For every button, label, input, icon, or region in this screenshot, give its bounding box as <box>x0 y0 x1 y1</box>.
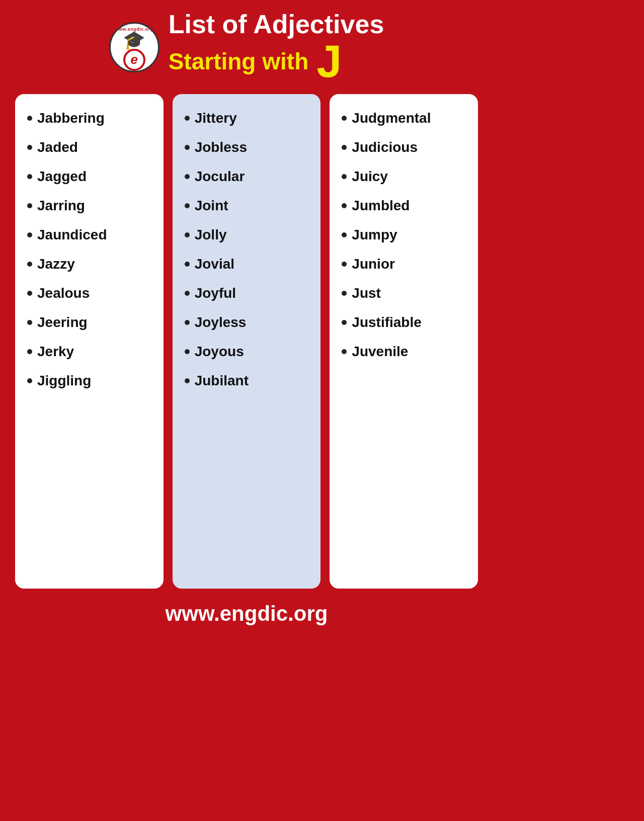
column-2: JitteryJoblessJocularJointJollyJovialJoy… <box>173 94 321 589</box>
column-1: JabberingJadedJaggedJarringJaundicedJazz… <box>15 94 164 589</box>
logo-cap-icon: 🎓 <box>123 30 145 51</box>
word-label: Jittery <box>195 110 237 126</box>
word-label: Jaded <box>37 139 78 155</box>
list-item: Jubilant <box>185 368 309 394</box>
word-label: Joyless <box>195 314 247 331</box>
list-item: Joyless <box>185 309 309 336</box>
list-item: Joyous <box>185 339 309 365</box>
word-label: Jerky <box>37 344 74 360</box>
page-header: www.engdic.org 🎓 e List of Adjectives St… <box>15 10 478 84</box>
column-3: JudgmentalJudiciousJuicyJumbledJumpyJuni… <box>330 94 478 589</box>
logo-url: www.engdic.org <box>115 27 153 32</box>
logo: www.engdic.org 🎓 e <box>109 22 159 72</box>
word-label: Jolly <box>195 227 227 243</box>
header-subtitle: Starting with <box>169 49 309 74</box>
word-label: Junior <box>352 256 395 272</box>
bullet-icon <box>185 320 190 325</box>
word-columns: JabberingJadedJaggedJarringJaundicedJazz… <box>15 94 478 589</box>
list-item: Junior <box>342 251 466 277</box>
list-item: Jocular <box>185 163 309 190</box>
word-label: Justifiable <box>352 314 421 331</box>
bullet-icon <box>342 291 347 296</box>
word-label: Jeering <box>37 314 88 331</box>
page-footer: www.engdic.org <box>15 597 478 629</box>
list-item: Justifiable <box>342 309 466 336</box>
list-item: Jumbled <box>342 193 466 219</box>
word-label: Jocular <box>195 169 245 185</box>
list-item: Jeering <box>27 309 151 336</box>
list-item: Jabbering <box>27 105 151 131</box>
list-item: Jaundiced <box>27 222 151 248</box>
word-label: Jobless <box>195 139 247 155</box>
word-label: Jarring <box>37 198 85 214</box>
list-item: Judicious <box>342 134 466 160</box>
word-label: Juicy <box>352 169 388 185</box>
list-item: Jiggling <box>27 368 151 394</box>
bullet-icon <box>185 232 190 237</box>
word-label: Jumpy <box>352 227 397 243</box>
bullet-icon <box>342 116 347 121</box>
list-item: Juvenile <box>342 339 466 365</box>
logo-e-letter: e <box>130 52 137 67</box>
bullet-icon <box>27 203 32 208</box>
list-item: Jobless <box>185 134 309 160</box>
header-letter-j: J <box>316 39 342 84</box>
word-label: Jovial <box>195 256 234 272</box>
bullet-icon <box>342 262 347 267</box>
bullet-icon <box>185 378 190 383</box>
bullet-icon <box>342 320 347 325</box>
list-item: Judgmental <box>342 105 466 131</box>
list-item: Jarring <box>27 193 151 219</box>
bullet-icon <box>27 262 32 267</box>
bullet-icon <box>27 378 32 383</box>
word-label: Jealous <box>37 285 90 301</box>
list-item: Jumpy <box>342 222 466 248</box>
bullet-icon <box>342 174 347 179</box>
bullet-icon <box>342 349 347 354</box>
footer-url: www.engdic.org <box>166 602 328 625</box>
logo-circle: e <box>123 49 145 71</box>
list-item: Joyful <box>185 280 309 306</box>
word-label: Jiggling <box>37 373 91 389</box>
list-item: Jaded <box>27 134 151 160</box>
bullet-icon <box>27 116 32 121</box>
bullet-icon <box>185 349 190 354</box>
logo-inner: www.engdic.org 🎓 e <box>111 24 158 71</box>
bullet-icon <box>185 116 190 121</box>
list-item: Jolly <box>185 222 309 248</box>
bullet-icon <box>185 203 190 208</box>
word-label: Jaundiced <box>37 227 107 243</box>
bullet-icon <box>27 145 32 150</box>
bullet-icon <box>27 320 32 325</box>
list-item: Jagged <box>27 163 151 190</box>
word-label: Joyful <box>195 285 236 301</box>
header-title: List of Adjectives <box>169 10 384 39</box>
bullet-icon <box>342 203 347 208</box>
list-item: Jazzy <box>27 251 151 277</box>
header-text-block: List of Adjectives Starting with J <box>169 10 384 84</box>
bullet-icon <box>185 174 190 179</box>
bullet-icon <box>185 262 190 267</box>
list-item: Just <box>342 280 466 306</box>
list-item: Jovial <box>185 251 309 277</box>
bullet-icon <box>185 291 190 296</box>
word-label: Jubilant <box>195 373 249 389</box>
list-item: Jealous <box>27 280 151 306</box>
list-item: Juicy <box>342 163 466 190</box>
word-label: Judicious <box>352 139 418 155</box>
bullet-icon <box>27 174 32 179</box>
header-subtitle-row: Starting with J <box>169 39 342 84</box>
bullet-icon <box>185 145 190 150</box>
list-item: Joint <box>185 193 309 219</box>
bullet-icon <box>27 232 32 237</box>
word-label: Juvenile <box>352 344 408 360</box>
bullet-icon <box>342 232 347 237</box>
bullet-icon <box>342 145 347 150</box>
word-label: Jumbled <box>352 198 410 214</box>
word-label: Just <box>352 285 381 301</box>
word-label: Jazzy <box>37 256 75 272</box>
list-item: Jittery <box>185 105 309 131</box>
list-item: Jerky <box>27 339 151 365</box>
word-label: Judgmental <box>352 110 431 126</box>
bullet-icon <box>27 349 32 354</box>
